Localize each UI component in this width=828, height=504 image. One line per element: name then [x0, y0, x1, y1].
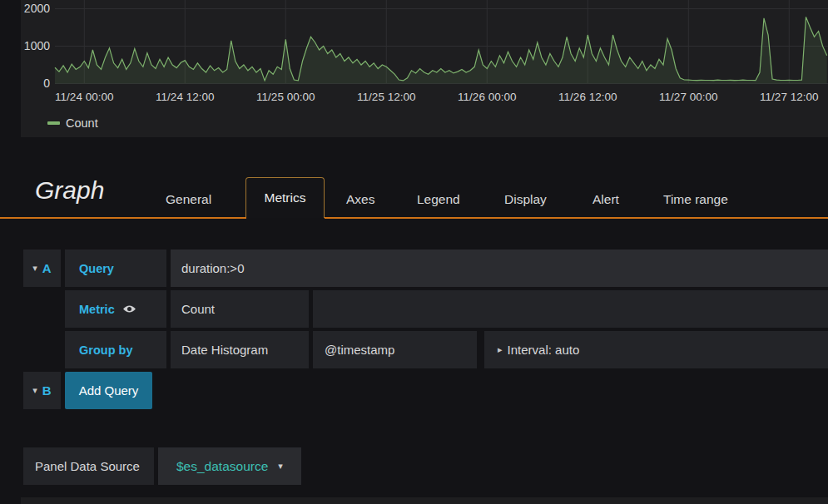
- tab-alert[interactable]: Alert: [592, 192, 619, 207]
- legend-series-label[interactable]: Count: [66, 116, 98, 130]
- query-letter-b: B: [42, 383, 52, 398]
- graph-panel: Count 01000200011/24 00:0011/24 12:0011/…: [0, 0, 828, 137]
- datasource-dropdown[interactable]: $es_datasource ▾: [158, 447, 301, 485]
- metric-empty-cell[interactable]: [313, 290, 828, 328]
- groupby-interval-cell[interactable]: ▸ Interval: auto: [484, 331, 828, 368]
- tab-time-range[interactable]: Time range: [663, 192, 728, 207]
- groupby-field-cell[interactable]: @timestamp: [313, 331, 477, 368]
- query-value: duration:>0: [181, 261, 244, 275]
- interval-value: Interval: auto: [508, 343, 580, 357]
- eye-icon[interactable]: [122, 304, 136, 314]
- metric-value-cell[interactable]: Count: [171, 290, 309, 328]
- groupby-label: Group by: [79, 343, 132, 357]
- query-input[interactable]: duration:>0: [171, 250, 828, 287]
- tabbar-underline: [325, 217, 828, 219]
- grafana-panel-editor: Count 01000200011/24 00:0011/24 12:0011/…: [0, 0, 828, 504]
- panel-type-title: Graph: [35, 176, 104, 205]
- x-axis-tick-label: 11/26 00:00: [441, 91, 533, 103]
- chevron-right-icon: ▸: [498, 345, 503, 354]
- chevron-down-icon: ▾: [278, 461, 283, 472]
- timeseries-chart[interactable]: [0, 0, 828, 137]
- panel-datasource-label: Panel Data Source: [35, 459, 140, 473]
- chevron-down-icon: ▾: [32, 264, 37, 273]
- y-axis-tick-label: 0: [0, 77, 50, 90]
- next-panel-edge: [21, 497, 828, 504]
- tab-display[interactable]: Display: [504, 192, 547, 207]
- y-axis-tick-label: 2000: [0, 2, 50, 15]
- tab-general[interactable]: General: [166, 192, 211, 207]
- tab-legend[interactable]: Legend: [417, 192, 460, 207]
- x-axis-tick-label: 11/27 12:00: [743, 91, 828, 103]
- metric-label-cell[interactable]: Metric: [65, 290, 166, 328]
- query-label-cell[interactable]: Query: [65, 250, 166, 287]
- x-axis-tick-label: 11/26 12:00: [542, 91, 633, 103]
- groupby-label-cell[interactable]: Group by: [65, 331, 166, 368]
- x-axis-tick-label: 11/27 00:00: [642, 91, 734, 103]
- groupby-field: @timestamp: [325, 343, 394, 357]
- x-axis-tick-label: 11/24 00:00: [38, 91, 130, 103]
- x-axis-tick-label: 11/24 12:00: [139, 91, 231, 103]
- tabbar-underline: [0, 217, 246, 219]
- query-a-collapse-toggle[interactable]: ▾ A: [23, 250, 61, 287]
- add-query-button[interactable]: Add Query: [65, 372, 152, 409]
- query-letter-a: A: [42, 261, 52, 275]
- chevron-down-icon: ▾: [32, 386, 37, 395]
- tab-metrics[interactable]: Metrics: [245, 177, 325, 218]
- x-axis-tick-label: 11/25 00:00: [240, 91, 331, 103]
- datasource-value: $es_datasource: [176, 459, 268, 474]
- y-axis-tick-label: 1000: [0, 39, 50, 52]
- groupby-type-cell[interactable]: Date Histogram: [171, 331, 309, 368]
- metric-value: Count: [181, 302, 215, 316]
- tab-axes[interactable]: Axes: [346, 192, 374, 207]
- groupby-type: Date Histogram: [181, 343, 268, 357]
- x-axis-tick-label: 11/25 12:00: [340, 91, 432, 103]
- metric-label: Metric: [79, 303, 115, 316]
- panel-datasource-label-cell: Panel Data Source: [23, 447, 154, 485]
- query-b-collapse-toggle[interactable]: ▾ B: [23, 372, 61, 409]
- query-label: Query: [79, 262, 114, 275]
- legend-item[interactable]: Count: [47, 116, 98, 130]
- tab-metrics-label: Metrics: [265, 190, 306, 205]
- legend-color-swatch[interactable]: [47, 121, 60, 125]
- series-area-fill: [55, 17, 827, 83]
